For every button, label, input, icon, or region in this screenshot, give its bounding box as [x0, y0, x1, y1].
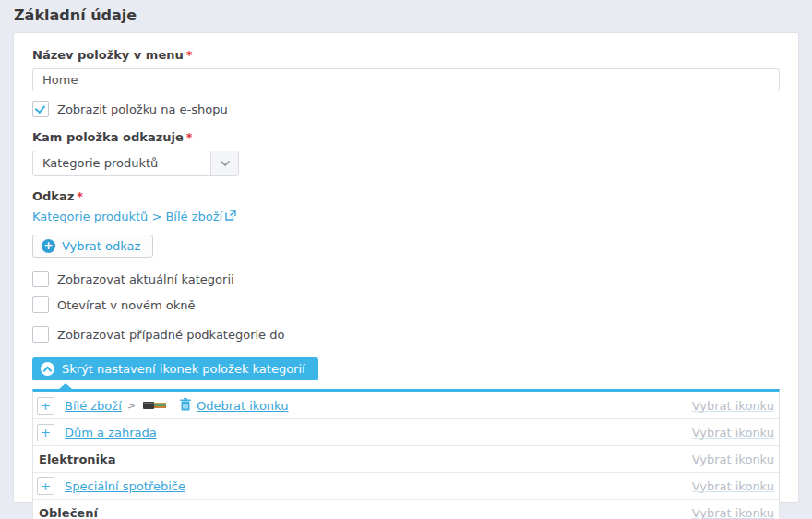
select-icon-link[interactable]: Vybrat ikonku [692, 399, 774, 413]
link-target-select[interactable]: Kategorie produktů [32, 151, 239, 176]
category-name: Oblečení [37, 506, 98, 519]
link-target-label: Kam položka odkazuje* [32, 130, 780, 144]
checkbox-label: Zobrazit položku na e-shopu [57, 103, 228, 116]
checkbox-label: Zobrazovat případné podkategorie do [57, 328, 284, 342]
label-text: Odkaz [32, 189, 74, 203]
category-link[interactable]: Bílé zboží [65, 399, 122, 413]
checkbox-open-in-new-window[interactable]: Otevírat v novém okně [32, 296, 780, 313]
trash-icon[interactable] [180, 398, 191, 414]
select-icon-link[interactable]: Vybrat ikonku [692, 479, 774, 493]
button-label: Skrýt nastavení ikonek položek kategorií [62, 362, 305, 376]
menu-item-name-input[interactable] [32, 68, 780, 91]
label-text: Název položky v menu [32, 48, 184, 62]
breadcrumb-separator: > [127, 400, 136, 412]
menu-item-name-label: Název položky v menu* [32, 48, 780, 62]
category-link[interactable]: Dům a zahrada [65, 426, 157, 440]
select-icon-link[interactable]: Vybrat ikonku [692, 426, 774, 440]
checkbox-label: Zobrazovat aktuální kategorii [57, 272, 234, 286]
remove-icon-link[interactable]: Odebrat ikonku [197, 399, 289, 413]
table-row: Oblečení Vybrat ikonku [33, 500, 779, 519]
external-link-icon[interactable] [225, 210, 236, 223]
page-title: Základní údaje [14, 6, 812, 24]
expand-plus-icon[interactable]: + [37, 397, 54, 415]
table-row: Elektronika Vybrat ikonku [33, 446, 779, 473]
basic-data-card: Název položky v menu* Zobrazit položku n… [13, 32, 799, 503]
category-link[interactable]: Speciální spotřebiče [65, 479, 185, 493]
required-asterisk: * [77, 189, 83, 203]
toggle-icon-settings-button[interactable]: Skrýt nastavení ikonek položek kategorií [32, 357, 318, 380]
checkbox-show-on-eshop[interactable]: Zobrazit položku na e-shopu [32, 101, 780, 117]
chevron-down-icon[interactable] [210, 151, 238, 175]
checkbox-box[interactable] [32, 101, 49, 117]
table-row: + Speciální spotřebiče Vybrat ikonku [33, 473, 779, 500]
check-icon [35, 103, 46, 114]
table-row: + Bílé zboží > Odebrat ikonku Vybrat iko… [33, 392, 779, 419]
required-asterisk: * [186, 48, 193, 62]
label-text: Kam položka odkazuje [32, 130, 184, 144]
required-asterisk: * [186, 130, 193, 144]
checkbox-box[interactable] [32, 271, 49, 287]
expand-plus-icon[interactable]: + [37, 477, 54, 495]
checkbox-box[interactable] [32, 296, 49, 313]
category-name: Elektronika [37, 453, 115, 466]
table-row: + Dům a zahrada Vybrat ikonku [33, 419, 779, 446]
select-icon-link[interactable]: Vybrat ikonku [692, 453, 774, 466]
select-icon-link[interactable]: Vybrat ikonku [692, 506, 774, 519]
select-selected-value: Kategorie produktů [33, 151, 210, 175]
checkbox-box[interactable] [32, 326, 49, 343]
button-label: Vybrat odkaz [62, 239, 140, 253]
checkbox-label: Otevírat v novém okně [57, 298, 195, 312]
select-link-button[interactable]: + Vybrat odkaz [32, 235, 153, 258]
chevron-up-circle-icon [41, 362, 54, 376]
link-target-breadcrumb-link[interactable]: Kategorie produktů > Bílé zboží [32, 210, 222, 223]
plus-circle-icon: + [42, 239, 55, 253]
link-label: Odkaz* [32, 189, 780, 203]
checkbox-show-current-category[interactable]: Zobrazovat aktuální kategorii [32, 271, 780, 287]
checkbox-show-subcategories[interactable]: Zobrazovat případné podkategorie do [32, 326, 780, 343]
category-icon-panel: + Bílé zboží > Odebrat ikonku Vybrat iko… [32, 389, 780, 519]
expand-plus-icon[interactable]: + [37, 424, 54, 441]
category-icon-thumbnail [143, 399, 167, 413]
